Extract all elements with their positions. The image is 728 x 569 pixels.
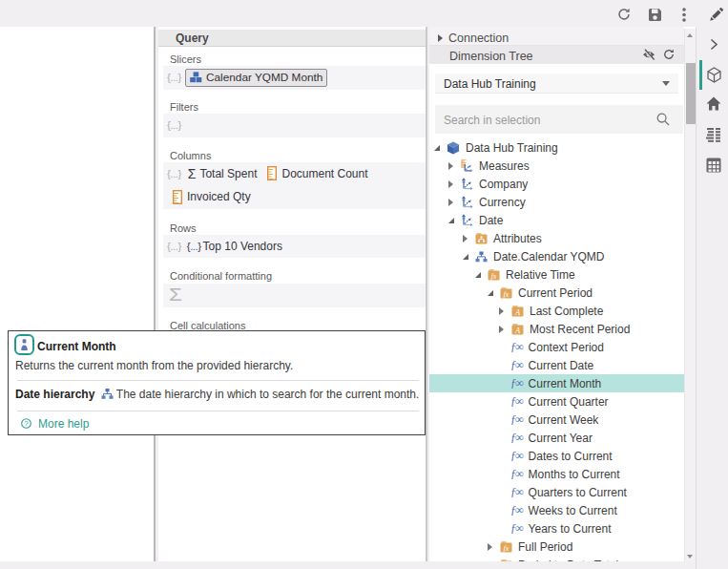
svg-text:?: ?: [24, 419, 28, 428]
